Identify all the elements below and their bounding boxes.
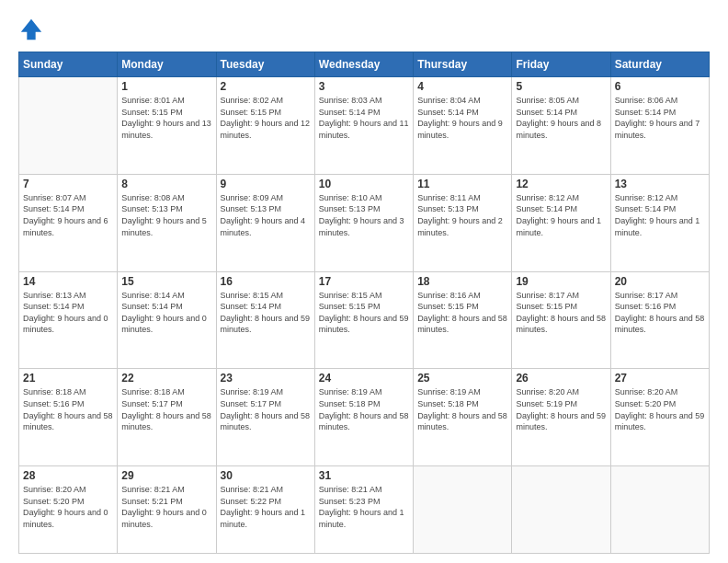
day-number: 22: [121, 372, 211, 385]
calendar-day-cell: 7Sunrise: 8:07 AMSunset: 5:14 PMDaylight…: [19, 174, 118, 271]
day-number: 18: [417, 275, 507, 288]
day-number: 23: [221, 372, 311, 385]
day-info: Sunrise: 8:12 AMSunset: 5:14 PMDaylight:…: [516, 192, 606, 238]
weekday-header: Tuesday: [216, 52, 314, 77]
day-number: 12: [516, 178, 606, 190]
calendar-day-cell: 24Sunrise: 8:19 AMSunset: 5:18 PMDayligh…: [314, 369, 413, 466]
weekday-header: Friday: [512, 52, 610, 77]
calendar-day-cell: 12Sunrise: 8:12 AMSunset: 5:14 PMDayligh…: [512, 174, 610, 271]
calendar-day-cell: 18Sunrise: 8:16 AMSunset: 5:15 PMDayligh…: [414, 271, 512, 369]
calendar-day-cell: 23Sunrise: 8:19 AMSunset: 5:17 PMDayligh…: [216, 369, 314, 466]
day-number: 4: [417, 80, 507, 93]
day-number: 15: [121, 275, 211, 288]
day-info: Sunrise: 8:21 AMSunset: 5:23 PMDaylight:…: [319, 484, 409, 530]
calendar-day-cell: 13Sunrise: 8:12 AMSunset: 5:14 PMDayligh…: [610, 174, 709, 271]
calendar-day-cell: 22Sunrise: 8:18 AMSunset: 5:17 PMDayligh…: [118, 369, 216, 466]
day-number: 21: [23, 372, 113, 385]
day-info: Sunrise: 8:10 AMSunset: 5:13 PMDaylight:…: [319, 192, 409, 238]
day-number: 7: [23, 178, 113, 190]
day-info: Sunrise: 8:20 AMSunset: 5:20 PMDaylight:…: [23, 484, 113, 530]
weekday-header: Monday: [118, 52, 216, 77]
day-info: Sunrise: 8:17 AMSunset: 5:16 PMDaylight:…: [615, 290, 705, 336]
day-number: 14: [23, 275, 113, 288]
day-info: Sunrise: 8:11 AMSunset: 5:13 PMDaylight:…: [417, 192, 507, 238]
day-info: Sunrise: 8:18 AMSunset: 5:16 PMDaylight:…: [23, 386, 113, 432]
day-number: 8: [121, 178, 211, 190]
calendar-day-cell: 3Sunrise: 8:03 AMSunset: 5:14 PMDaylight…: [314, 77, 413, 175]
calendar-day-cell: 27Sunrise: 8:20 AMSunset: 5:20 PMDayligh…: [610, 369, 709, 466]
calendar-day-cell: 29Sunrise: 8:21 AMSunset: 5:21 PMDayligh…: [118, 466, 216, 554]
day-info: Sunrise: 8:05 AMSunset: 5:14 PMDaylight:…: [516, 95, 606, 141]
header: [18, 17, 710, 42]
day-info: Sunrise: 8:06 AMSunset: 5:14 PMDaylight:…: [615, 95, 705, 141]
day-number: 16: [221, 275, 311, 288]
day-number: 20: [615, 275, 705, 288]
day-info: Sunrise: 8:01 AMSunset: 5:15 PMDaylight:…: [121, 95, 211, 141]
calendar-day-cell: 17Sunrise: 8:15 AMSunset: 5:15 PMDayligh…: [314, 271, 413, 369]
day-number: 27: [615, 372, 705, 385]
day-number: 9: [221, 178, 311, 190]
day-info: Sunrise: 8:16 AMSunset: 5:15 PMDaylight:…: [417, 290, 507, 336]
day-info: Sunrise: 8:19 AMSunset: 5:18 PMDaylight:…: [417, 386, 507, 432]
day-info: Sunrise: 8:08 AMSunset: 5:13 PMDaylight:…: [121, 192, 211, 238]
calendar-day-cell: 11Sunrise: 8:11 AMSunset: 5:13 PMDayligh…: [414, 174, 512, 271]
calendar-day-cell: 19Sunrise: 8:17 AMSunset: 5:15 PMDayligh…: [512, 271, 610, 369]
calendar-day-cell: 5Sunrise: 8:05 AMSunset: 5:14 PMDaylight…: [512, 77, 610, 175]
calendar-header-row: SundayMondayTuesdayWednesdayThursdayFrid…: [19, 52, 710, 77]
day-number: 19: [516, 275, 606, 288]
day-number: 25: [417, 372, 507, 385]
calendar-day-cell: 25Sunrise: 8:19 AMSunset: 5:18 PMDayligh…: [414, 369, 512, 466]
calendar-day-cell: [512, 466, 610, 554]
calendar-day-cell: [414, 466, 512, 554]
day-number: 5: [516, 80, 606, 93]
calendar-day-cell: 30Sunrise: 8:21 AMSunset: 5:22 PMDayligh…: [216, 466, 314, 554]
calendar-week-row: 14Sunrise: 8:13 AMSunset: 5:14 PMDayligh…: [19, 271, 710, 369]
calendar-day-cell: [610, 466, 709, 554]
calendar-day-cell: 16Sunrise: 8:15 AMSunset: 5:14 PMDayligh…: [216, 271, 314, 369]
day-number: 6: [615, 80, 705, 93]
day-info: Sunrise: 8:03 AMSunset: 5:14 PMDaylight:…: [319, 95, 409, 141]
calendar-day-cell: 14Sunrise: 8:13 AMSunset: 5:14 PMDayligh…: [19, 271, 118, 369]
day-info: Sunrise: 8:15 AMSunset: 5:14 PMDaylight:…: [221, 290, 311, 336]
day-info: Sunrise: 8:09 AMSunset: 5:13 PMDaylight:…: [221, 192, 311, 238]
weekday-header: Saturday: [610, 52, 709, 77]
day-number: 28: [23, 469, 113, 482]
calendar-day-cell: [19, 77, 118, 175]
day-info: Sunrise: 8:07 AMSunset: 5:14 PMDaylight:…: [23, 192, 113, 238]
calendar-week-row: 21Sunrise: 8:18 AMSunset: 5:16 PMDayligh…: [19, 369, 710, 466]
calendar-week-row: 28Sunrise: 8:20 AMSunset: 5:20 PMDayligh…: [19, 466, 710, 554]
day-info: Sunrise: 8:02 AMSunset: 5:15 PMDaylight:…: [221, 95, 311, 141]
calendar-day-cell: 21Sunrise: 8:18 AMSunset: 5:16 PMDayligh…: [19, 369, 118, 466]
weekday-header: Wednesday: [314, 52, 413, 77]
calendar-day-cell: 26Sunrise: 8:20 AMSunset: 5:19 PMDayligh…: [512, 369, 610, 466]
day-info: Sunrise: 8:19 AMSunset: 5:18 PMDaylight:…: [319, 386, 409, 432]
calendar-day-cell: 8Sunrise: 8:08 AMSunset: 5:13 PMDaylight…: [118, 174, 216, 271]
day-info: Sunrise: 8:18 AMSunset: 5:17 PMDaylight:…: [121, 386, 211, 432]
calendar-week-row: 1Sunrise: 8:01 AMSunset: 5:15 PMDaylight…: [19, 77, 710, 175]
day-info: Sunrise: 8:20 AMSunset: 5:19 PMDaylight:…: [516, 386, 606, 432]
day-number: 11: [417, 178, 507, 190]
calendar-day-cell: 31Sunrise: 8:21 AMSunset: 5:23 PMDayligh…: [314, 466, 413, 554]
weekday-header: Thursday: [414, 52, 512, 77]
day-info: Sunrise: 8:21 AMSunset: 5:22 PMDaylight:…: [221, 484, 311, 530]
day-number: 13: [615, 178, 705, 190]
calendar-week-row: 7Sunrise: 8:07 AMSunset: 5:14 PMDaylight…: [19, 174, 710, 271]
day-info: Sunrise: 8:17 AMSunset: 5:15 PMDaylight:…: [516, 290, 606, 336]
page: SundayMondayTuesdayWednesdayThursdayFrid…: [0, 0, 728, 563]
day-info: Sunrise: 8:13 AMSunset: 5:14 PMDaylight:…: [23, 290, 113, 336]
day-info: Sunrise: 8:14 AMSunset: 5:14 PMDaylight:…: [121, 290, 211, 336]
day-number: 26: [516, 372, 606, 385]
svg-marker-0: [21, 19, 41, 40]
calendar-day-cell: 4Sunrise: 8:04 AMSunset: 5:14 PMDaylight…: [414, 77, 512, 175]
day-number: 10: [319, 178, 409, 190]
logo: [18, 17, 48, 42]
weekday-header: Sunday: [19, 52, 118, 77]
logo-icon: [18, 17, 44, 42]
calendar-day-cell: 1Sunrise: 8:01 AMSunset: 5:15 PMDaylight…: [118, 77, 216, 175]
calendar-day-cell: 9Sunrise: 8:09 AMSunset: 5:13 PMDaylight…: [216, 174, 314, 271]
calendar-day-cell: 28Sunrise: 8:20 AMSunset: 5:20 PMDayligh…: [19, 466, 118, 554]
calendar-day-cell: 6Sunrise: 8:06 AMSunset: 5:14 PMDaylight…: [610, 77, 709, 175]
calendar-day-cell: 10Sunrise: 8:10 AMSunset: 5:13 PMDayligh…: [314, 174, 413, 271]
day-info: Sunrise: 8:21 AMSunset: 5:21 PMDaylight:…: [121, 484, 211, 530]
day-number: 3: [319, 80, 409, 93]
